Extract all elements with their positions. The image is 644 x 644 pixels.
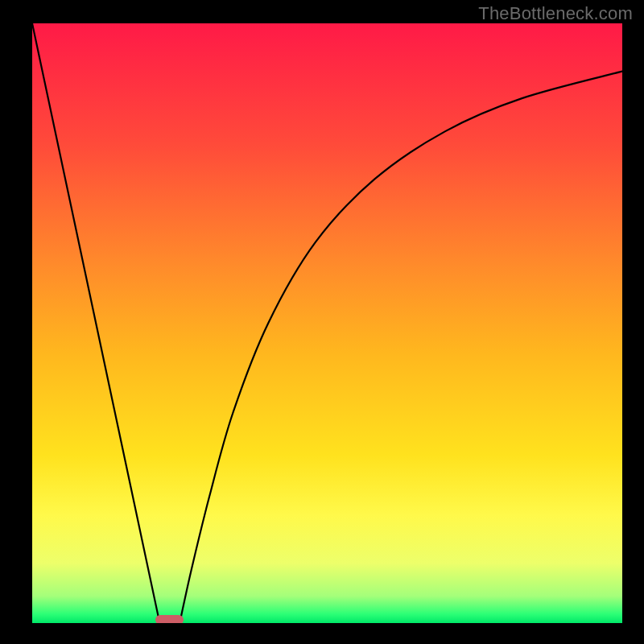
bottom-marker-pill [155,615,184,623]
right-curve-line [180,72,622,621]
left-slope-line [32,23,159,620]
watermark-text: TheBottleneck.com [478,3,633,24]
curve-layer [32,23,622,623]
plot-area [32,23,622,623]
chart-frame: TheBottleneck.com [0,0,644,644]
